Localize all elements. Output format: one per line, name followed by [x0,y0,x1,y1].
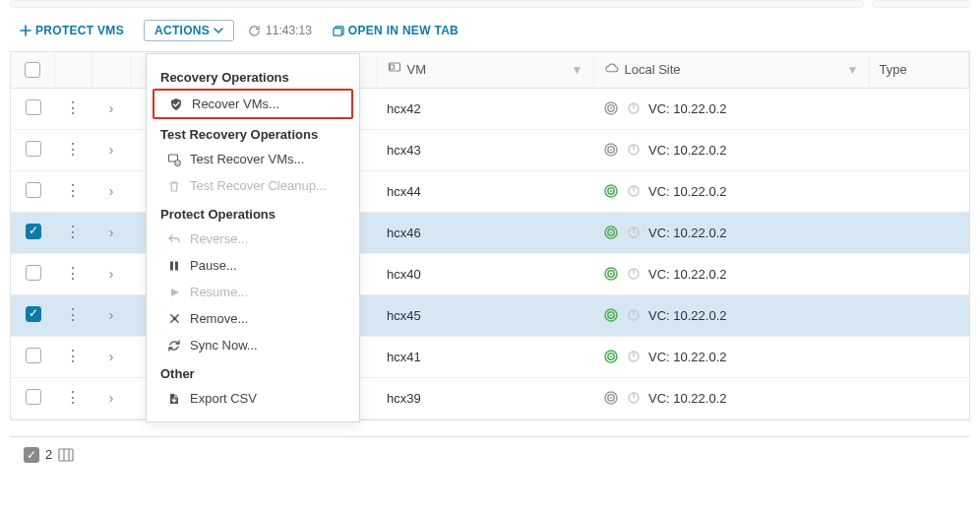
row-checkbox[interactable] [26,182,41,198]
row-actions-icon[interactable]: ⋮ [65,141,81,158]
header-local-site[interactable]: Local Site ▼ [593,52,869,88]
menu-item-label: Recover VMs... [192,97,279,111]
header-vm[interactable]: VM ▼ [377,52,593,88]
svg-point-5 [172,317,176,321]
type-cell [869,212,969,253]
new-tab-icon [332,25,344,37]
shield-icon [168,97,184,111]
vm-name: hcx45 [387,308,421,323]
menu-item-label: Test Recover VMs... [190,152,304,166]
menu-item[interactable]: Test Recover VMs... [147,146,359,172]
vm-name: hcx40 [387,267,421,282]
menu-item[interactable]: Recover VMs... [168,95,343,113]
menu-item: Test Recover Cleanup... [147,172,359,199]
row-checkbox[interactable] [26,99,41,115]
filter-icon[interactable]: ▼ [847,63,859,77]
site-label: VC: 10.22.0.2 [648,226,727,240]
expand-icon[interactable]: › [109,349,114,364]
menu-item[interactable]: Remove... [147,305,359,332]
toolbar: PROTECT VMS ACTIONS 11:43:13 OPEN IN NEW… [0,10,980,47]
row-checkbox[interactable] [26,389,41,405]
menu-item-label: Remove... [190,311,248,326]
row-actions-icon[interactable]: ⋮ [65,224,81,240]
site-label: VC: 10.22.0.2 [648,350,727,364]
select-all-checkbox[interactable] [25,62,40,78]
menu-item: Resume... [147,279,359,305]
test-recover-icon [166,153,182,166]
header-site-label: Local Site [625,62,681,77]
power-icon [627,101,641,115]
expand-icon[interactable]: › [109,307,114,323]
status-ring-icon [603,142,619,158]
site-label: VC: 10.22.0.2 [648,143,727,158]
svg-rect-0 [334,28,341,34]
actions-button[interactable]: ACTIONS [144,20,234,41]
menu-item[interactable]: Export CSV [147,385,359,412]
row-checkbox[interactable] [26,141,41,157]
row-actions-icon[interactable]: ⋮ [65,348,81,364]
menu-item: Reverse... [147,226,359,252]
resume-icon [166,287,182,298]
filter-icon[interactable]: ▼ [572,63,583,77]
type-cell [869,294,969,336]
pause-icon [166,260,182,272]
row-actions-icon[interactable]: ⋮ [65,99,81,116]
type-cell [869,253,969,294]
refresh-icon [248,25,261,37]
top-panels [0,0,980,10]
actions-label: ACTIONS [154,24,210,37]
remove-icon [166,312,182,325]
trash-icon [166,179,182,193]
table-footer: ✓ 2 [10,436,970,473]
row-actions-icon[interactable]: ⋮ [65,182,81,199]
power-icon [627,184,641,198]
svg-point-18 [610,190,612,192]
time-label: 11:43:13 [266,24,312,37]
menu-item-label: Export CSV [190,391,257,406]
svg-rect-4 [175,261,178,270]
export-icon [166,392,182,406]
open-in-new-tab-button[interactable]: OPEN IN NEW TAB [326,20,464,41]
expand-icon[interactable]: › [109,142,114,158]
row-checkbox[interactable] [26,306,41,322]
menu-section-title: Other [147,358,359,385]
protect-vms-button[interactable]: PROTECT VMS [14,20,130,41]
type-cell [869,336,969,377]
row-checkbox[interactable] [26,265,41,281]
menu-section-title: Test Recovery Operations [147,119,359,146]
open-tab-label: OPEN IN NEW TAB [348,24,459,37]
status-ring-icon [603,100,619,116]
columns-icon[interactable] [58,448,74,462]
expand-icon[interactable]: › [109,183,114,199]
menu-item[interactable]: Sync Now... [147,332,359,358]
row-actions-icon[interactable]: ⋮ [65,389,81,406]
power-icon [627,308,641,322]
status-ring-icon [603,266,619,282]
header-expand-cell [92,52,131,88]
refresh-time[interactable]: 11:43:13 [248,24,312,37]
menu-item-label: Resume... [190,285,248,299]
svg-point-14 [610,149,612,151]
sync-icon [166,339,182,353]
menu-section-title: Recovery Operations [147,62,359,89]
header-vm-label: VM [407,62,427,77]
row-checkbox[interactable] [26,224,41,239]
selection-indicator-icon[interactable]: ✓ [24,447,39,463]
menu-item[interactable]: Pause... [147,252,359,279]
expand-icon[interactable]: › [109,266,114,282]
expand-icon[interactable]: › [109,390,114,406]
menu-section-title: Protect Operations [147,199,359,226]
actions-menu: Recovery OperationsRecover VMs...Test Re… [146,53,360,422]
power-icon [627,226,641,239]
header-type[interactable]: Type [869,52,969,88]
status-ring-icon [603,183,619,199]
row-actions-icon[interactable]: ⋮ [65,306,81,323]
row-checkbox[interactable] [26,348,41,363]
highlighted-menu-item: Recover VMs... [153,89,353,119]
expand-icon[interactable]: › [109,100,114,116]
row-actions-icon[interactable]: ⋮ [65,265,81,282]
expand-icon[interactable]: › [109,225,114,240]
menu-item-label: Reverse... [190,231,248,246]
svg-point-30 [610,314,612,316]
reverse-icon [166,232,182,246]
